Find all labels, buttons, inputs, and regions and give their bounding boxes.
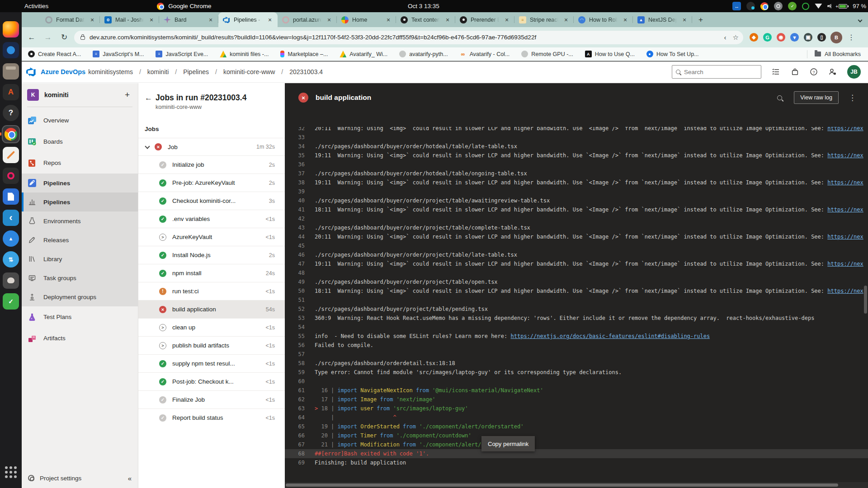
log-line-56[interactable]: 56Failed to compile. xyxy=(285,341,868,350)
bookmark-javascript-eve-[interactable]: ≡JavaScript Eve... xyxy=(156,51,208,57)
task-row-install-node-js[interactable]: ✓Install Node.js2s xyxy=(138,246,285,264)
log-search-icon[interactable] xyxy=(777,95,782,100)
task-row-finalize-job[interactable]: ✓Finalize Job<1s xyxy=(138,390,285,408)
horizontal-scrollbar[interactable] xyxy=(285,482,868,488)
shield-blue-icon[interactable]: ▼ xyxy=(790,33,799,42)
sidebar-item-environments[interactable]: Environments xyxy=(22,211,138,230)
log-line-57[interactable]: 57 xyxy=(285,350,868,359)
work-items-icon[interactable] xyxy=(771,67,780,76)
log-link[interactable]: https://nex xyxy=(827,152,863,159)
bookmark-kominiti-files-[interactable]: kominiti files -... xyxy=(220,51,269,57)
bookmark-marketplace-[interactable]: Marketplace –... xyxy=(280,51,328,57)
bookmark-javascript-s-m-[interactable]: ≡JavaScript's M... xyxy=(93,51,144,57)
grammarly-green-icon[interactable]: G xyxy=(763,33,772,42)
log-body[interactable]: 3220:11 Warning: Using `<img>` could res… xyxy=(285,127,868,480)
log-line-68[interactable]: 68##[error]Bash exited with code '1'. xyxy=(285,449,868,458)
tab-home[interactable]: Home× xyxy=(337,12,396,27)
collapse-sidebar-icon[interactable]: « xyxy=(128,474,132,482)
log-line-63[interactable]: 63> 18 | import user from 'src/images/la… xyxy=(285,404,868,413)
task-row-azurekeyvault[interactable]: >AzureKeyVault<1s xyxy=(138,228,285,246)
sidebar-item-task-groups[interactable]: Task groups xyxy=(22,268,138,287)
tab-list-chevron-icon[interactable] xyxy=(859,15,862,23)
clock[interactable]: Oct 3 13:35 xyxy=(408,0,439,12)
dock-item-remmina[interactable] xyxy=(3,168,19,184)
sidebar-item-deployment-groups[interactable]: Deployment groups xyxy=(22,287,138,306)
add-project-icon[interactable]: + xyxy=(125,90,130,100)
dock-item-libreoffice[interactable] xyxy=(3,188,19,205)
dock-item-thunderbird[interactable] xyxy=(3,42,19,58)
log-line-50[interactable]: 5018:11 Warning: Using `<img>` could res… xyxy=(285,286,868,296)
log-line-41[interactable]: 4118:11 Warning: Using `<img>` could res… xyxy=(285,205,868,214)
back-button[interactable]: ← xyxy=(25,31,38,44)
log-link[interactable]: https://nex xyxy=(827,127,863,131)
bookmark-create-react-a-[interactable]: Create React A... xyxy=(28,51,81,57)
tab-pipelines-r[interactable]: Pipelines - R× xyxy=(218,12,278,27)
log-line-35[interactable]: 3519:11 Warning: Using `<img>` could res… xyxy=(285,151,868,160)
tab-mail-joshu[interactable]: oMail - Joshu× xyxy=(100,12,159,27)
recycle-icon[interactable] xyxy=(802,3,809,10)
log-line-48[interactable]: 48 xyxy=(285,268,868,277)
breadcrumb-item[interactable]: Pipelines xyxy=(183,68,209,75)
log-line-43[interactable]: 43./src/pages/dashboard/buyer/order/proj… xyxy=(285,223,868,232)
sidebar-item-releases[interactable]: Releases xyxy=(22,230,138,249)
dock-show-applications[interactable] xyxy=(3,464,19,480)
sidebar-item-boards[interactable]: Boards xyxy=(22,131,138,152)
sidebar-item-test-plans[interactable]: Test Plans xyxy=(22,306,138,328)
sidebar-item-library[interactable]: Library xyxy=(22,249,138,268)
tab-stripe-react[interactable]: ≡Stripe react× xyxy=(514,12,574,27)
log-line-53[interactable]: 53360:9 Warning: React Hook React.useMem… xyxy=(285,314,868,323)
breadcrumb-item[interactable]: kominiti xyxy=(147,68,169,75)
dock-item-files[interactable] xyxy=(3,63,19,80)
log-link[interactable]: https://nex xyxy=(827,261,863,267)
view-raw-log-button[interactable]: View raw log xyxy=(794,91,839,104)
log-link[interactable]: https://nex xyxy=(827,234,863,240)
reload-button[interactable]: ↻ xyxy=(58,31,71,44)
log-line-58[interactable]: 58./src/pages/dashboard/orderdetail.tsx:… xyxy=(285,359,868,368)
indicator-dot-icon[interactable] xyxy=(746,2,755,10)
tab-prerender-e[interactable]: Prerender E× xyxy=(455,12,514,27)
log-line-67[interactable]: 67 21 | import Modification from './comp… xyxy=(285,440,868,449)
wifi-icon[interactable] xyxy=(815,4,822,9)
marketplace-bag-icon[interactable] xyxy=(790,67,799,76)
sidebar-item-pipelines[interactable]: Pipelines xyxy=(22,174,138,192)
task-row-initialize-job[interactable]: ✓Initialize job2s xyxy=(138,155,285,174)
dock-item-green-app[interactable]: ✓ xyxy=(3,293,19,310)
task-row-publish-build-artifacts[interactable]: >publish build artifacts<1s xyxy=(138,336,285,354)
task-row--env-variables[interactable]: ✓.env variables<1s xyxy=(138,210,285,228)
dock-item-gimp[interactable] xyxy=(3,272,19,289)
tab-close-icon[interactable]: × xyxy=(207,16,215,24)
dock-item-sync-app[interactable]: ⇅ xyxy=(3,251,19,267)
dock-item-text-editor[interactable] xyxy=(3,147,19,163)
help-icon[interactable]: ? xyxy=(809,67,818,76)
log-link[interactable]: https://nextjs.org/docs/basic-features/e… xyxy=(510,333,710,339)
url-text[interactable]: dev.azure.com/kominitisystems/kominiti/_… xyxy=(90,34,718,41)
volume-muted-icon[interactable] xyxy=(827,4,833,9)
tab-close-icon[interactable]: × xyxy=(680,16,689,24)
chevron-down-icon[interactable] xyxy=(145,144,150,149)
grey-app-icon[interactable] xyxy=(774,2,783,10)
log-line-45[interactable]: 45 xyxy=(285,241,868,250)
log-line-33[interactable]: 33 xyxy=(285,133,868,142)
sidebar-item-artifacts[interactable]: Artifacts xyxy=(22,328,138,349)
puzzle-icon[interactable]: ▣ xyxy=(804,33,812,42)
task-row-pre-job-azurekeyvault[interactable]: ✓Pre-job: AzureKeyVault2s xyxy=(138,174,285,192)
log-line-54[interactable]: 54 xyxy=(285,323,868,332)
log-line-44[interactable]: 4420:11 Warning: Using `<img>` could res… xyxy=(285,232,868,241)
task-row-report-build-status[interactable]: ✓Report build status<1s xyxy=(138,408,285,427)
dock-item-help[interactable]: ? xyxy=(3,105,19,121)
log-line-69[interactable]: 69Finishing: build application xyxy=(285,458,868,467)
dock-item-firefox[interactable] xyxy=(3,21,19,38)
azure-devops-logo[interactable] xyxy=(26,67,36,77)
scrollbar-thumb[interactable] xyxy=(286,483,838,487)
bookmark-star-icon[interactable]: ☆ xyxy=(733,33,739,42)
tab-close-icon[interactable]: × xyxy=(325,16,333,24)
log-line-34[interactable]: 34./src/pages/dashboard/buyer/order/hotd… xyxy=(285,142,868,151)
log-line-40[interactable]: 40./src/pages/dashboard/buyer/order/proj… xyxy=(285,196,868,205)
vertical-scrollbar-thumb[interactable] xyxy=(864,286,867,314)
log-line-52[interactable]: 52./src/pages/dashboard/buyer/project/ta… xyxy=(285,305,868,314)
chrome-tray-icon[interactable] xyxy=(760,2,769,10)
back-arrow-icon[interactable]: ← xyxy=(145,94,156,110)
task-row-build-application[interactable]: ×build application54s xyxy=(138,300,285,318)
tab-close-icon[interactable]: × xyxy=(266,16,274,24)
user-avatar[interactable]: JB xyxy=(847,65,861,79)
